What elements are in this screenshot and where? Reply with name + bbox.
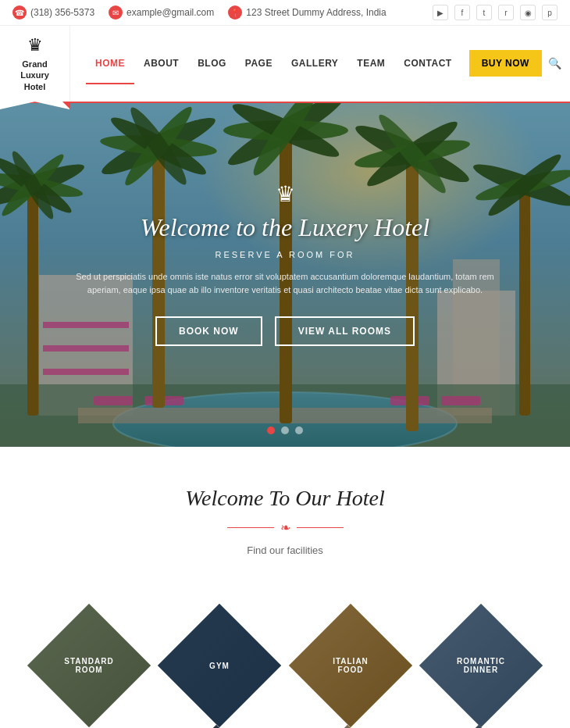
hero-section: ♛ Welcome to the Luxery Hotel RESERVE A … (0, 103, 570, 447)
facebook-icon[interactable]: f (454, 5, 470, 20)
main-nav: HOME ABOUT BLOG PAGE GALLERY TEAM CONTAC… (70, 44, 570, 83)
dot-3[interactable] (295, 426, 303, 434)
buy-now-button[interactable]: BUY NOW (469, 50, 542, 77)
facility-spa[interactable]: SPA (285, 724, 410, 728)
facility-business-meetings[interactable]: BUSINESSMEETINGS (416, 724, 541, 728)
facility-row-2: GYM SPA BUSINESSMEETINGS (86, 724, 570, 728)
welcome-section: Welcome To Our Hotel ❧ Find our faciliti… (0, 447, 570, 603)
nav-page[interactable]: PAGE (236, 44, 282, 83)
email-icon: ✉ (109, 5, 123, 20)
nav-blog[interactable]: BLOG (188, 44, 236, 83)
nav-home[interactable]: HOME (86, 44, 134, 83)
crown-icon: ♛ (27, 35, 43, 55)
search-icon[interactable]: 🔍 (548, 57, 561, 70)
facility-gym-1[interactable]: GYM (158, 603, 283, 728)
facility-gym-2[interactable]: GYM (154, 724, 279, 728)
rss-icon[interactable]: r (498, 5, 514, 20)
hero-content: ♛ Welcome to the Luxery Hotel RESERVE A … (0, 103, 570, 346)
facility-label-romantic: ROMANTICDINNER (437, 622, 525, 709)
book-now-button[interactable]: Book Now (155, 316, 262, 346)
nav-team[interactable]: TEAM (347, 44, 394, 83)
divider-ornament: ❧ (16, 520, 554, 535)
address-contact: 📍 123 Street Dummy Address, India (228, 5, 386, 20)
instagram-icon[interactable]: ◉ (520, 5, 536, 20)
ornament-symbol: ❧ (280, 520, 290, 535)
hero-buttons: Book Now VIEW ALL ROOMS (0, 316, 570, 346)
hero-subtitle: RESERVE A ROOM FOR (0, 250, 570, 259)
email-contact: ✉ example@gmail.com (109, 5, 214, 20)
nav-contact[interactable]: CONTACT (394, 44, 461, 83)
divider-left (227, 527, 274, 528)
facility-standard-room[interactable]: STANDARDROOM (27, 603, 151, 728)
location-icon: 📍 (228, 5, 242, 20)
welcome-title: Welcome To Our Hotel (16, 486, 554, 511)
welcome-subtitle: Find our facilities (16, 544, 554, 556)
phone-number: (318) 356-5373 (30, 7, 94, 18)
logo-text: GrandLuxuryHotel (20, 59, 49, 92)
phone-contact: ☎ (318) 356-5373 (12, 5, 94, 20)
phone-icon: ☎ (12, 5, 27, 20)
facility-italian-food[interactable]: ITALIANFOOD (288, 603, 413, 728)
email-address: example@gmail.com (126, 7, 214, 18)
view-rooms-button[interactable]: VIEW ALL ROOMS (275, 316, 415, 346)
dot-2[interactable] (281, 426, 289, 434)
hero-description: Sed ut perspiciatis unde omnis iste natu… (66, 270, 504, 298)
twitter-icon[interactable]: t (476, 5, 492, 20)
facility-romantic-dinner[interactable]: ROMANTICDINNER (419, 603, 544, 728)
divider-right (297, 527, 344, 528)
nav-gallery[interactable]: GALLERY (282, 44, 347, 83)
header: ♛ GrandLuxuryHotel HOME ABOUT BLOG PAGE … (0, 26, 570, 103)
facilities-section: STANDARDROOM GYM ITALIANFOOD ROMANT (0, 603, 570, 728)
facility-label-italian: ITALIANFOOD (307, 622, 394, 709)
hero-dots (267, 426, 303, 434)
contact-info: ☎ (318) 356-5373 ✉ example@gmail.com 📍 1… (12, 5, 387, 20)
facility-row-1: STANDARDROOM GYM ITALIANFOOD ROMANT (23, 603, 547, 728)
top-bar: ☎ (318) 356-5373 ✉ example@gmail.com 📍 1… (0, 0, 570, 26)
address-text: 123 Street Dummy Address, India (246, 7, 386, 18)
logo[interactable]: ♛ GrandLuxuryHotel (0, 26, 70, 102)
nav-about[interactable]: ABOUT (134, 44, 188, 83)
facility-label-gym1: GYM (176, 622, 263, 709)
dot-1[interactable] (267, 426, 275, 434)
facility-label-standard: STANDARDROOM (45, 622, 133, 709)
pinterest-icon[interactable]: p (542, 5, 558, 20)
hero-title: Welcome to the Luxery Hotel (0, 213, 570, 242)
logo-corner-accent (62, 102, 70, 109)
hero-crown-icon: ♛ (0, 181, 570, 207)
youtube-icon[interactable]: ▶ (433, 5, 448, 20)
social-links: ▶ f t r ◉ p (433, 5, 558, 20)
